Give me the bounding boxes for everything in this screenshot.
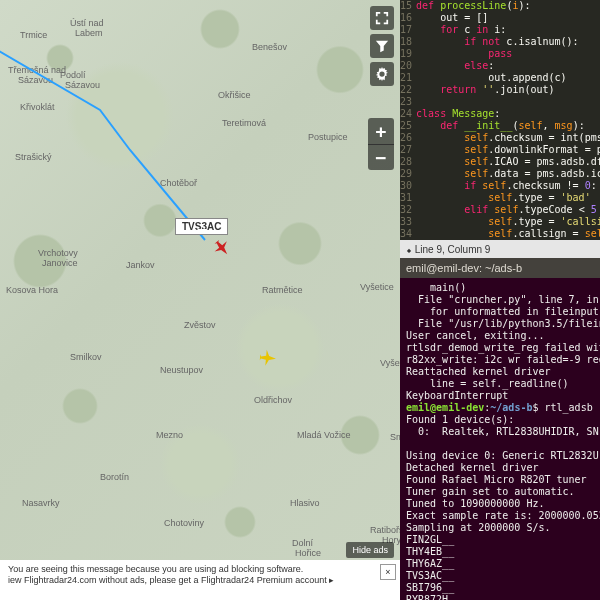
editor-gutter: 1516171819202122232425262728293031323334… — [400, 0, 416, 240]
editor-status-bar: ⬥ Line 9, Column 9 — [400, 240, 600, 258]
cursor-position: ⬥ Line 9, Column 9 — [406, 244, 490, 255]
place-label: Postupice — [308, 132, 348, 142]
place-label: Smilkov — [70, 352, 102, 362]
place-label: Nasavrky — [22, 498, 60, 508]
ad-banner: You are seeing this message because you … — [0, 560, 400, 600]
place-label: Hořice — [295, 548, 321, 558]
map-pane[interactable]: TrmiceÚstí nadLabemTřemošná nadSázavouPo… — [0, 0, 400, 580]
place-label: Vyšetice — [380, 358, 400, 368]
place-label: Neustupov — [160, 365, 203, 375]
place-label: Borotín — [100, 472, 129, 482]
terminal-command: rtl_adsb | python3 cruncher.py — [545, 402, 600, 413]
terminal-output: main() File "cruncher.py", line 7, in ma… — [400, 278, 600, 600]
flight-track — [0, 40, 230, 290]
terminal[interactable]: emil@emil-dev: ~/ads-b main() File "crun… — [400, 258, 600, 600]
place-label: Ústí nad — [70, 18, 104, 28]
place-label: Ratibořské — [370, 525, 400, 535]
hide-ads-button[interactable]: Hide ads — [346, 542, 394, 558]
place-label: Zvěstov — [184, 320, 216, 330]
prompt-path: ~/ads-b — [490, 402, 532, 413]
filter-button[interactable] — [370, 34, 394, 58]
aircraft-label[interactable]: TVS3AC — [175, 218, 228, 235]
place-label: Dolní — [292, 538, 313, 548]
code-editor[interactable]: 1516171819202122232425262728293031323334… — [400, 0, 600, 240]
prompt-user: emil@emil-dev — [406, 402, 484, 413]
settings-button[interactable] — [370, 62, 394, 86]
place-label: Ratmětice — [262, 285, 303, 295]
place-label: Vyšetice — [360, 282, 394, 292]
zoom-in-button[interactable]: + — [368, 118, 394, 144]
place-label: Mezno — [156, 430, 183, 440]
place-label: Mladá Vožice — [297, 430, 351, 440]
place-label: Smilovy — [390, 432, 400, 442]
place-label: Trmice — [20, 30, 47, 40]
ad-text-1: You are seeing this message because you … — [8, 564, 374, 575]
zoom-out-button[interactable]: − — [368, 144, 394, 170]
place-label: Hlasivo — [290, 498, 320, 508]
aircraft-icon[interactable] — [258, 348, 278, 368]
place-label: Chotoviny — [164, 518, 204, 528]
place-label: Oldřichov — [254, 395, 292, 405]
ad-close-button[interactable]: × — [380, 564, 396, 580]
ad-text-2: iew Flightradar24.com without ads, pleas… — [8, 575, 374, 586]
place-label: Labem — [75, 28, 103, 38]
place-label: Benešov — [252, 42, 287, 52]
fullscreen-button[interactable] — [370, 6, 394, 30]
editor-code[interactable]: def processLine(i): out = [] for c in i:… — [416, 0, 600, 240]
terminal-title: emil@emil-dev: ~/ads-b — [400, 258, 600, 278]
aircraft-icon-selected[interactable] — [212, 238, 232, 258]
